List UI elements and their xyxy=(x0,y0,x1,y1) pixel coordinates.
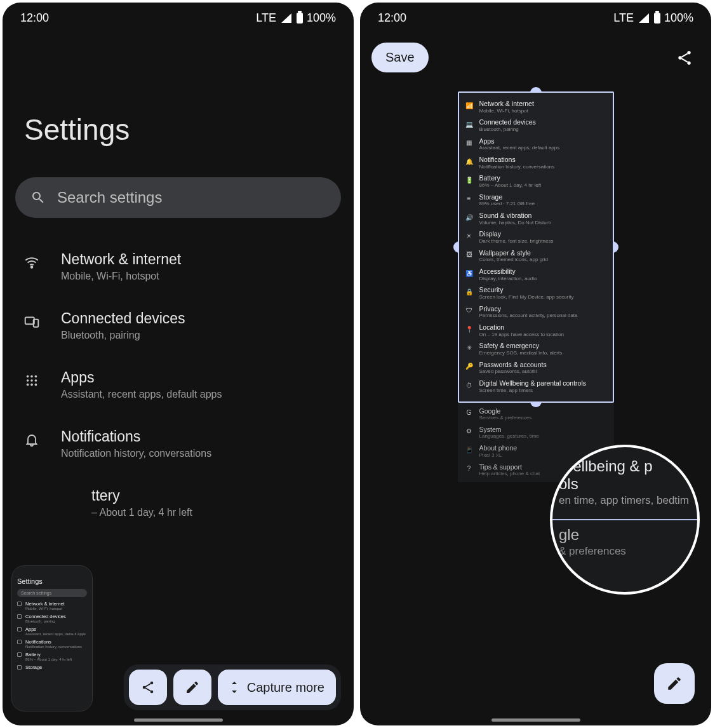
mini-icon: ⏱ xyxy=(465,381,473,389)
svg-point-4 xyxy=(30,375,33,378)
row-title: Apps xyxy=(61,369,222,386)
svg-point-0 xyxy=(31,266,33,268)
mini-sub: Help articles, phone & chat xyxy=(479,471,540,477)
mini-sub: Volume, haptics, Do Not Disturb xyxy=(479,220,551,226)
svg-point-10 xyxy=(30,384,33,386)
svg-point-7 xyxy=(30,379,33,382)
crop-handle-top[interactable] xyxy=(530,87,542,93)
row-battery[interactable]: ttery – About 1 day, 4 hr left xyxy=(8,473,349,532)
mini-row: 🔊Sound & vibrationVolume, haptics, Do No… xyxy=(465,210,606,228)
row-sub: – About 1 day, 4 hr left xyxy=(91,507,295,518)
mini-icon: ▦ xyxy=(465,139,473,147)
mini-sub: Languages, gestures, time xyxy=(479,434,539,440)
magnifier-line: Wellbeing & p xyxy=(559,457,700,475)
mini-sub: Dark theme, font size, brightness xyxy=(479,239,554,245)
gesture-bar[interactable] xyxy=(491,718,580,722)
crop-region[interactable]: 📶Network & internetMobile, Wi-Fi, hotspo… xyxy=(458,91,614,403)
mini-icon: 🖼 xyxy=(465,251,473,259)
mini-title: Notifications xyxy=(479,156,555,164)
status-time: 12:00 xyxy=(378,11,406,25)
mini-sub: 86% – About 1 day, 4 hr left xyxy=(479,183,542,189)
mini-row: 🔑Passwords & accountsSaved passwords, au… xyxy=(465,359,606,377)
mini-sub: On – 19 apps have access to location xyxy=(479,332,564,338)
mini-title: Network & internet xyxy=(479,100,534,108)
search-icon xyxy=(30,190,46,205)
crop-handle-left[interactable] xyxy=(453,241,459,253)
row-notifications[interactable]: Notifications Notification history, conv… xyxy=(8,414,349,473)
share-icon[interactable] xyxy=(676,49,693,67)
status-net: LTE xyxy=(613,11,634,25)
mini-title: Digital Wellbeing & parental controls xyxy=(479,380,586,388)
status-net: LTE xyxy=(256,11,276,25)
signal-icon xyxy=(639,13,649,23)
mini-icon: 🔑 xyxy=(465,363,473,370)
bell-icon xyxy=(23,431,41,448)
search-input[interactable]: Search settings xyxy=(15,177,341,218)
status-battery: 100% xyxy=(307,11,336,25)
mini-title: Passwords & accounts xyxy=(479,361,547,369)
row-apps[interactable]: Apps Assistant, recent apps, default app… xyxy=(8,355,349,414)
mini-sub: Colors, themed icons, app grid xyxy=(479,257,549,263)
row-network[interactable]: Network & internet Mobile, Wi-Fi, hotspo… xyxy=(8,237,349,296)
status-bar: 12:00 LTE 100% xyxy=(360,3,711,30)
mini-title: About phone xyxy=(479,445,518,452)
mini-sub: Emergency SOS, medical info, alerts xyxy=(479,351,563,356)
mini-sub: Notification history, conversations xyxy=(479,165,555,170)
row-connected[interactable]: Connected devices Bluetooth, pairing xyxy=(8,296,349,355)
status-right: LTE 100% xyxy=(613,11,693,25)
row-title: Notifications xyxy=(61,428,211,445)
mini-icon: ? xyxy=(465,465,473,473)
mini-row: 📶Network & internetMobile, Wi-Fi, hotspo… xyxy=(465,98,606,116)
mini-sub: Mobile, Wi-Fi, hotspot xyxy=(479,109,534,114)
mini-icon: 🛡 xyxy=(465,307,473,314)
svg-point-6 xyxy=(27,379,29,382)
mini-title: Google xyxy=(479,408,532,415)
mini-row: ≡Storage89% used · 7.21 GB free xyxy=(465,191,606,210)
magnifier[interactable]: Wellbeing & p ols en time, app timers, b… xyxy=(550,445,700,595)
save-button[interactable]: Save xyxy=(371,43,429,72)
gesture-bar[interactable] xyxy=(134,718,223,722)
magnifier-line: en time, app timers, bedtim xyxy=(559,494,700,507)
mini-icon: 🔊 xyxy=(465,213,473,221)
mini-icon: ☀ xyxy=(465,232,473,239)
mini-icon: 🔔 xyxy=(465,158,473,165)
row-sub: Mobile, Wi-Fi, hotspot xyxy=(61,271,181,282)
row-title: ttery xyxy=(91,487,295,504)
mini-title: Display xyxy=(479,231,554,238)
svg-point-11 xyxy=(35,384,37,386)
wifi-icon xyxy=(23,253,41,271)
settings-list: Network & internet Mobile, Wi-Fi, hotspo… xyxy=(3,224,354,532)
battery-icon xyxy=(297,13,303,24)
mini-icon: ♿ xyxy=(465,269,473,277)
capture-more-button[interactable]: Capture more xyxy=(218,670,336,705)
edit-fab[interactable] xyxy=(654,663,695,704)
mini-row: 🔔NotificationsNotification history, conv… xyxy=(465,154,606,172)
mini-row: 📍LocationOn – 19 apps have access to loc… xyxy=(465,321,606,340)
mini-icon: ≡ xyxy=(465,195,473,203)
mini-icon: ⚙ xyxy=(465,428,473,435)
mini-icon: 🔋 xyxy=(465,176,473,184)
share-button[interactable] xyxy=(129,670,167,705)
expand-icon xyxy=(227,680,242,695)
svg-point-3 xyxy=(27,375,29,378)
mini-row: 🔋Battery86% – About 1 day, 4 hr left xyxy=(465,172,606,191)
mini-sub: Permissions, account activity, personal … xyxy=(479,313,578,319)
screenshot-preview[interactable]: Settings Search settings Network & inter… xyxy=(11,565,93,711)
mini-row: ▦AppsAssistant, recent apps, default app… xyxy=(465,135,606,154)
row-sub: Assistant, recent apps, default apps xyxy=(61,389,222,400)
mini-sub: Screen lock, Find My Device, app securit… xyxy=(479,295,574,300)
mini-title: Privacy xyxy=(479,306,578,313)
mini-row: ✳Safety & emergencyEmergency SOS, medica… xyxy=(465,340,606,358)
apps-icon xyxy=(23,372,41,389)
mini-row: 🛡PrivacyPermissions, account activity, p… xyxy=(465,303,606,321)
svg-point-9 xyxy=(27,384,29,386)
mini-icon: G xyxy=(465,409,473,417)
search-placeholder: Search settings xyxy=(57,189,162,206)
status-right: LTE 100% xyxy=(256,11,336,25)
mini-row: 💻Connected devicesBluetooth, pairing xyxy=(465,116,606,135)
crop-handle-right[interactable] xyxy=(613,241,618,253)
edit-button[interactable] xyxy=(173,670,211,705)
mini-title: Wallpaper & style xyxy=(479,250,549,257)
preview-search: Search settings xyxy=(17,589,87,597)
magnifier-line: gle xyxy=(559,526,700,544)
